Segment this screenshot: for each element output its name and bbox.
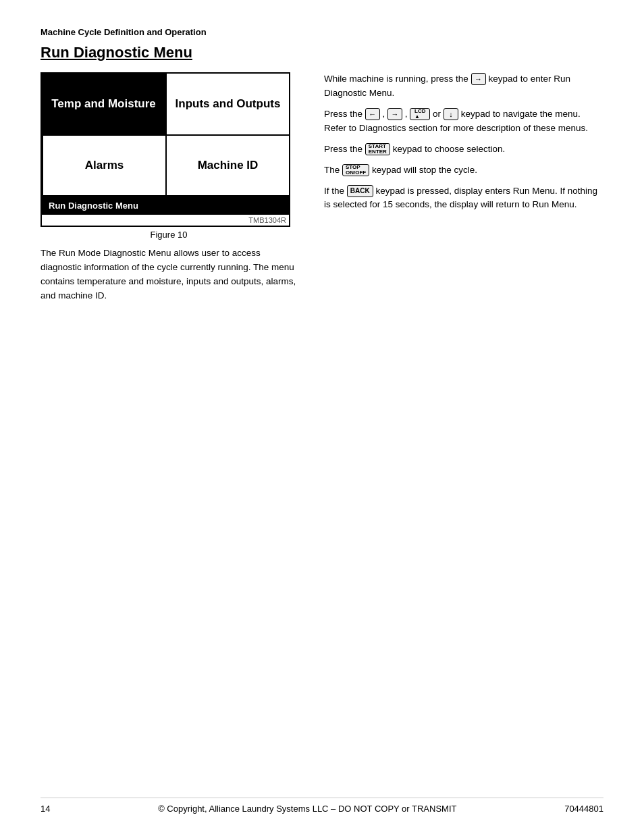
para-3: Press the STARTENTER keypad to choose se… [324,142,603,157]
back-keypad-icon: BACK [347,185,373,197]
para2-sep1: , [383,109,388,119]
stop-keypad-icon: STOPON/OFF [342,164,369,176]
para-1: While machine is running, press the → ke… [324,72,603,101]
para3-end: keypad to choose selection. [393,144,506,154]
body-text: The Run Mode Diagnostic Menu allows user… [41,246,297,303]
para1-text: While machine is running, press the [324,74,471,84]
para5-text: If the [324,186,347,196]
para2-sep3: or [433,109,444,119]
section-header: Machine Cycle Definition and Operation [41,27,603,37]
para-5: If the BACK keypad is pressed, display e… [324,184,603,213]
content-row: Temp and Moisture Inputs and Outputs Ala… [41,72,603,303]
down-keypad-icon: ↓ [444,108,458,120]
menu-footer-label: Run Diagnostic Menu [42,197,289,215]
para-2: Press the ← , → , LCD▲ or ↓ keypad to na… [324,107,603,136]
left-column: Temp and Moisture Inputs and Outputs Ala… [41,72,297,303]
para2-text: Press the [324,109,365,119]
doc-number: 70444801 [564,804,603,814]
enter-keypad-icon: → [471,73,486,85]
lcd-keypad-icon: LCD▲ [410,108,430,120]
para-4: The STOPON/OFF keypad will stop the cycl… [324,163,603,178]
copyright-text: © Copyright, Alliance Laundry Systems LL… [158,804,456,814]
para4-text: The [324,165,342,175]
figure-label: Figure 10 [41,230,297,240]
menu-grid: Temp and Moisture Inputs and Outputs Ala… [42,74,289,197]
page: Machine Cycle Definition and Operation R… [0,0,644,834]
start-enter-keypad-icon: STARTENTER [365,143,390,155]
page-number: 14 [41,804,50,814]
right-column: While machine is running, press the → ke… [324,72,603,219]
page-title: Run Diagnostic Menu [41,44,603,61]
diagnostic-menu-box: Temp and Moisture Inputs and Outputs Ala… [41,72,290,227]
left-keypad-icon: ← [365,108,380,120]
right-keypad-icon: → [387,108,402,120]
menu-cell-temp-moisture[interactable]: Temp and Moisture [42,74,165,134]
page-footer: 14 © Copyright, Alliance Laundry Systems… [41,798,603,814]
watermark: TMB1304R [42,215,289,226]
para3-text: Press the [324,144,365,154]
menu-cell-alarms[interactable]: Alarms [42,134,165,195]
menu-cell-inputs-outputs[interactable]: Inputs and Outputs [165,74,289,134]
para4-end: keypad will stop the cycle. [372,165,477,175]
menu-cell-machine-id[interactable]: Machine ID [165,134,289,195]
para2-sep2: , [405,109,410,119]
